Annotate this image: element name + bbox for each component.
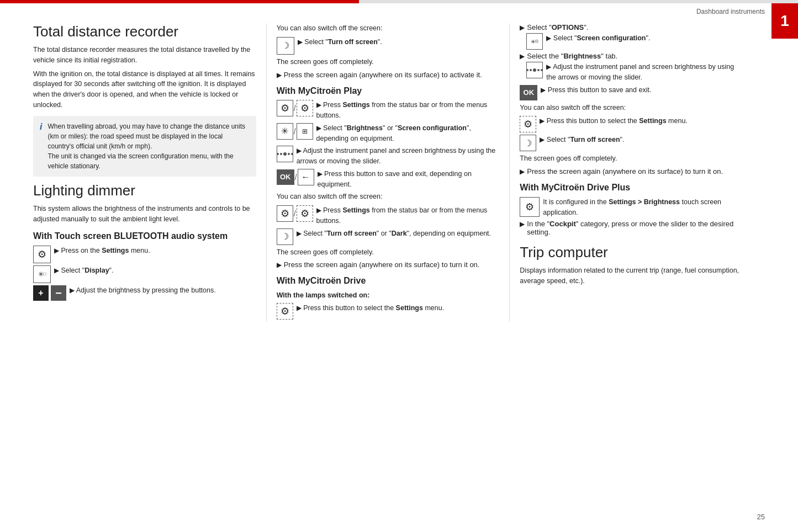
info-icon: i	[40, 122, 42, 132]
title-lighting-dimmer: Lighting dimmer	[33, 182, 256, 199]
instr-adjust-brightness: + − ▶ Adjust the brightness by pressing …	[33, 285, 256, 301]
instr-display-select: ✳□ ▶ Select "Display".	[33, 265, 256, 283]
instr-also-settings: / ▶ Press Settings from the status bar o…	[277, 205, 500, 226]
instr-col3-turnoff-text: ▶ Select "Turn off screen".	[540, 135, 743, 145]
instr-adjust-text: ▶ Adjust the instrument panel and screen…	[546, 62, 743, 83]
instr-drive-plus-config: It is configured in the Settings > Brigh…	[520, 197, 743, 218]
gear-icon	[33, 246, 51, 263]
slider-icon	[277, 146, 293, 162]
instr-play-brightness: ✳ / ⊞ ▶ Select "Brightness" or "Screen c…	[277, 123, 500, 144]
screen-config-icon: ✳□	[33, 265, 51, 283]
chapter-tab: 1	[771, 3, 798, 39]
instr-also-turnoff: ▶ Select "Turn off screen" or "Dark", de…	[277, 228, 500, 245]
column-1: Total distance recorder The total distan…	[33, 23, 266, 322]
slider-icon-2	[526, 62, 543, 78]
para-col3-off: The screen goes off completely.	[520, 153, 743, 164]
main-content: Total distance recorder The total distan…	[0, 18, 798, 338]
instr-screen-config-text: ▶ Select "Screen configuration".	[546, 33, 743, 44]
bullet-col3-press-again: ▶ Press the screen again (anywhere on it…	[520, 167, 743, 175]
instr-col3-turnoff: ▶ Select "Turn off screen".	[520, 135, 743, 151]
screen-icon: ⊞	[297, 123, 313, 140]
para-col3-also: You can also switch off the screen:	[520, 103, 743, 113]
instr-ok-save: OK ▶ Press this button to save and exit.	[520, 85, 743, 100]
gear-icon-3	[277, 205, 293, 222]
instr-col3-settings-text: ▶ Press this button to select the Settin…	[540, 116, 743, 126]
gear-icon-4	[297, 205, 313, 222]
para-also-switch-2: You can also switch off the screen:	[277, 191, 500, 202]
instr-text-3: ▶ Adjust the brightness by pressing the …	[70, 285, 256, 296]
sub-trip-computer: Trip computer	[520, 244, 743, 261]
bullet-press-again-2: ▶ Press the screen again (anywhere on it…	[277, 260, 500, 269]
instr-settings-press: ▶ Press on the Settings menu.	[33, 246, 256, 263]
gear-icon-col3	[520, 116, 536, 132]
bullet-cockpit: ▶ In the "Cockpit" category, press or mo…	[520, 220, 743, 236]
instr-play-slider: ▶ Adjust the instrument panel and screen…	[277, 146, 500, 167]
page-number: 25	[757, 513, 765, 521]
instr-drive-settings: ▶ Press this button to select the Settin…	[277, 303, 500, 320]
sub-touch-screen: With Touch screen BLUETOOTH audio system	[33, 231, 256, 242]
instr-text-1: ▶ Press on the Settings menu.	[54, 246, 256, 256]
instr-play-text-3: ▶ Adjust the instrument panel and screen…	[297, 146, 500, 167]
header: Dashboard instruments	[0, 3, 798, 18]
sub-mycitroen-drive: With MyCitroën Drive	[277, 275, 500, 287]
instr-ok-text: ▶ Press this button to save and exit.	[541, 85, 743, 95]
screen-config-icon-2: ✳⊡	[526, 33, 543, 50]
instr-play-settings: / ▶ Press Settings from the status bar o…	[277, 100, 500, 121]
instr-also-text-2: ▶ Select "Turn off screen" or "Dark", de…	[297, 228, 500, 239]
column-2: You can also switch off the screen: ▶ Se…	[266, 23, 510, 322]
para-also-switch: You can also switch off the screen:	[277, 23, 500, 34]
gear-icon-2	[297, 100, 313, 116]
para-screen-off: The screen goes off completely.	[277, 57, 500, 67]
column-3: ▶ Select "OPTIONS". ✳⊡ ▶ Select "Screen …	[509, 23, 765, 322]
moon-icon-col3	[520, 135, 536, 151]
bullet-options: ▶ Select "OPTIONS".	[520, 23, 743, 31]
brightness-screen-icons: ✳ / ⊞	[277, 123, 313, 140]
para-total-2: With the ignition on, the total distance…	[33, 69, 256, 110]
info-text: When travelling abroad, you may have to …	[47, 121, 249, 171]
instr-adjust-slider: ▶ Adjust the instrument panel and screen…	[520, 62, 743, 83]
instr-drive-plus-text: It is configured in the Settings > Brigh…	[543, 197, 743, 218]
gear-icon-drive-plus	[520, 197, 540, 217]
instr-play-text-1: ▶ Press Settings from the status bar or …	[316, 100, 500, 121]
instr-text-2: ▶ Select "Display".	[54, 265, 256, 276]
instr-also-text-1: ▶ Press Settings from the status bar or …	[316, 205, 500, 226]
instr-turnoff-screen: ▶ Select "Turn off screen".	[277, 37, 500, 55]
instr-play-save: OK / ▶ Press this button to save and exi…	[277, 169, 500, 190]
bullet-brightness-tab: ▶ Select the "Brightness" tab.	[520, 52, 743, 60]
ok-back-icons: OK /	[277, 169, 314, 185]
gear-icon-drive	[277, 303, 293, 320]
title-total-distance: Total distance recorder	[33, 23, 256, 40]
para-trip: Displays information related to the curr…	[520, 265, 743, 286]
gear-icon-1	[277, 100, 293, 116]
minus-icon: −	[51, 285, 66, 301]
instr-screen-config: ✳⊡ ▶ Select "Screen configuration".	[520, 33, 743, 50]
para-lamps-on: With the lamps switched on:	[277, 290, 500, 301]
instr-play-text-4: ▶ Press this button to save and exit, de…	[318, 169, 500, 190]
ok-btn-icon: OK	[520, 85, 537, 100]
play-gear-icons: /	[277, 100, 313, 116]
ok-icon: OK	[277, 169, 294, 185]
moon-icon	[277, 37, 294, 55]
para-lighting: This system allows the brightness of the…	[33, 204, 256, 225]
also-gear-icons: /	[277, 205, 313, 222]
para-also-off: The screen goes off completely.	[277, 247, 500, 258]
back-icon	[298, 169, 314, 185]
sub-mycitroen-drive-plus: With MyCitroën Drive Plus	[520, 182, 743, 194]
para-total-1: The total distance recorder measures the…	[33, 45, 256, 66]
plus-icon: +	[33, 285, 49, 301]
bullet-press-again: ▶ Press the screen again (anywhere on it…	[277, 71, 500, 79]
plus-minus-icons: + −	[33, 285, 66, 301]
instr-drive-text: ▶ Press this button to select the Settin…	[297, 303, 500, 313]
slider-dots-2	[526, 68, 543, 72]
slider-dots	[277, 152, 293, 156]
brightness-icon: ✳	[277, 123, 293, 140]
moon-icon-2	[277, 228, 293, 245]
sub-mycitroen-play: With MyCitroën Play	[277, 86, 500, 97]
info-box: i When travelling abroad, you may have t…	[33, 116, 256, 177]
instr-play-text-2: ▶ Select "Brightness" or "Screen configu…	[316, 123, 500, 144]
section-title: Dashboard instruments	[696, 8, 765, 15]
instr-col3-settings: ▶ Press this button to select the Settin…	[520, 116, 743, 132]
